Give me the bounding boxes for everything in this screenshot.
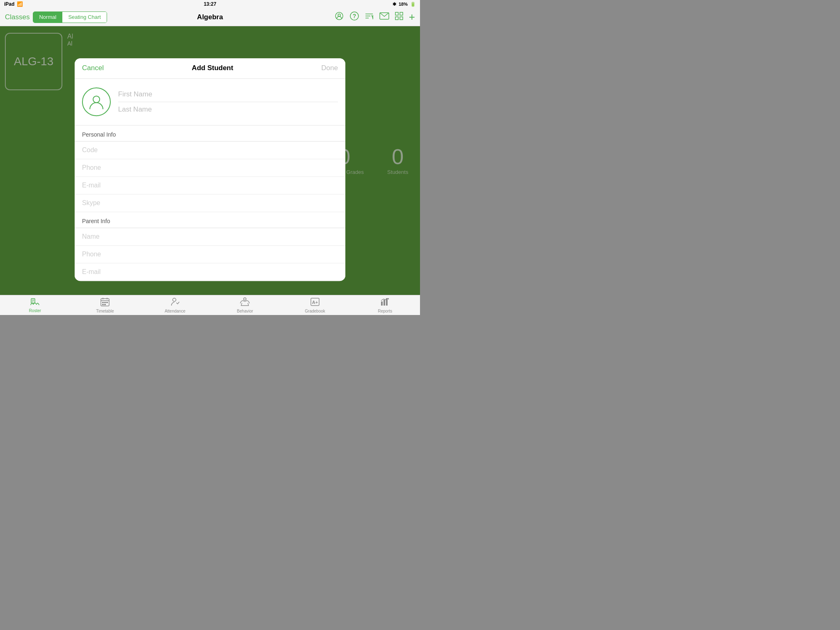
- tab-gradebook[interactable]: A+ Gradebook: [280, 295, 350, 315]
- bluetooth-icon: ✱: [393, 2, 396, 7]
- svg-rect-11: [395, 17, 398, 20]
- tab-roster[interactable]: Roster: [0, 295, 70, 315]
- svg-rect-31: [381, 301, 383, 306]
- classes-link[interactable]: Classes: [5, 13, 30, 21]
- tab-reports-label: Reports: [378, 309, 392, 313]
- main-content: ALG-13 Al Al 0 Average Grades 0 Students…: [0, 26, 420, 295]
- battery-percent: 18%: [399, 2, 408, 7]
- tab-behavior-label: Behavior: [237, 309, 253, 313]
- parent-email-input[interactable]: [82, 268, 338, 276]
- segment-normal[interactable]: Normal: [33, 12, 62, 23]
- envelope-icon[interactable]: [379, 12, 389, 22]
- modal-header: Cancel Add Student Done: [75, 58, 345, 79]
- svg-point-1: [338, 14, 340, 16]
- tab-timetable[interactable]: Timetable: [70, 295, 140, 315]
- code-input[interactable]: [82, 146, 338, 154]
- first-name-input[interactable]: [118, 87, 338, 102]
- help-icon[interactable]: ?: [350, 11, 359, 23]
- svg-point-27: [173, 298, 176, 301]
- grid-icon[interactable]: [395, 12, 403, 22]
- svg-rect-24: [106, 302, 108, 303]
- svg-rect-12: [400, 17, 403, 20]
- tab-gradebook-label: Gradebook: [305, 309, 325, 313]
- battery-icon: 🔋: [410, 2, 416, 7]
- phone-input[interactable]: [82, 164, 338, 171]
- segment-seating-chart[interactable]: Seating Chart: [62, 12, 107, 23]
- done-button[interactable]: Done: [321, 64, 338, 72]
- parent-phone-input[interactable]: [82, 251, 338, 258]
- parent-email-field: [75, 263, 345, 281]
- phone-field: [75, 159, 345, 177]
- svg-rect-9: [395, 12, 398, 15]
- name-fields: [118, 87, 338, 117]
- parent-info-header: Parent Info: [75, 212, 345, 228]
- parent-name-field: [75, 228, 345, 246]
- tab-reports[interactable]: Reports: [350, 295, 420, 315]
- svg-rect-26: [104, 304, 106, 305]
- tab-attendance-label: Attendance: [164, 309, 185, 313]
- last-name-input[interactable]: [118, 102, 338, 117]
- avatar[interactable]: [82, 87, 111, 116]
- parent-name-input[interactable]: [82, 233, 338, 240]
- skype-field: [75, 194, 345, 212]
- personal-info-header: Personal Info: [75, 126, 345, 142]
- attendance-icon: [171, 297, 180, 308]
- person-icon: [87, 93, 105, 111]
- timetable-icon: [100, 297, 110, 308]
- cancel-button[interactable]: Cancel: [82, 64, 104, 72]
- svg-rect-10: [400, 12, 403, 15]
- behavior-icon: [240, 297, 250, 308]
- status-time: 13:27: [204, 1, 217, 7]
- email-input[interactable]: [82, 182, 338, 189]
- add-student-modal: Cancel Add Student Done Personal Info: [75, 58, 345, 281]
- gradebook-icon: A+: [310, 297, 320, 308]
- view-segment: Normal Seating Chart: [33, 11, 107, 23]
- ipad-label: iPad: [4, 1, 14, 7]
- modal-title: Add Student: [192, 64, 233, 72]
- avatar-section: [75, 79, 345, 126]
- svg-rect-32: [383, 300, 385, 306]
- code-field: [75, 142, 345, 159]
- roster-icon: [30, 298, 40, 308]
- tab-bar: Roster Timetable Attenda: [0, 295, 420, 315]
- nav-bar: Classes Normal Seating Chart Algebra ?: [0, 8, 420, 26]
- svg-text:A+: A+: [312, 300, 318, 305]
- sort-icon[interactable]: [365, 12, 374, 22]
- modal-body: Personal Info Parent Info: [75, 126, 345, 281]
- group-icon[interactable]: [334, 12, 344, 22]
- tab-attendance[interactable]: Attendance: [140, 295, 210, 315]
- svg-point-13: [93, 96, 100, 103]
- wifi-icon: 📶: [17, 1, 23, 7]
- skype-input[interactable]: [82, 199, 338, 207]
- parent-phone-field: [75, 246, 345, 263]
- status-bar: iPad 📶 13:27 ✱ 18% 🔋: [0, 0, 420, 8]
- svg-rect-22: [102, 302, 104, 303]
- reports-icon: [380, 297, 390, 308]
- svg-point-28: [244, 298, 246, 300]
- svg-rect-25: [102, 304, 104, 305]
- email-field: [75, 177, 345, 194]
- tab-timetable-label: Timetable: [96, 309, 114, 313]
- svg-rect-23: [104, 302, 106, 303]
- page-title: Algebra: [197, 13, 223, 21]
- tab-roster-label: Roster: [29, 308, 41, 313]
- add-icon[interactable]: +: [409, 11, 415, 23]
- tab-behavior[interactable]: Behavior: [210, 295, 280, 315]
- svg-text:?: ?: [353, 13, 356, 19]
